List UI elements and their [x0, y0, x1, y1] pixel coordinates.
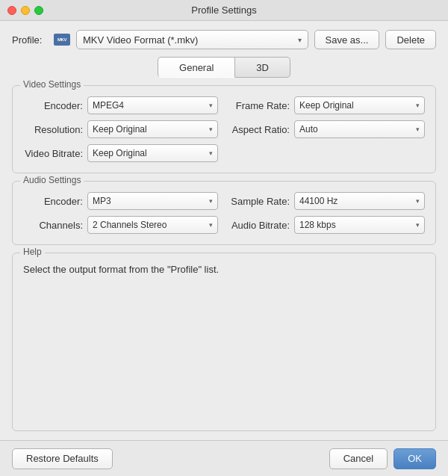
resolution-row: Resolution: Keep Original ▾	[23, 120, 218, 138]
audio-encoder-chevron-icon: ▾	[209, 197, 213, 205]
delete-button[interactable]: Delete	[385, 30, 436, 49]
resolution-chevron-icon: ▾	[209, 126, 213, 133]
save-as-button[interactable]: Save as...	[314, 30, 380, 49]
sample-rate-label: Sample Rate:	[230, 196, 290, 207]
window-title: Profile Settings	[191, 4, 256, 16]
audio-encoder-dropdown[interactable]: MP3 ▾	[87, 192, 218, 210]
help-title: Help	[20, 247, 45, 257]
profile-dropdown-value: MKV Video Format (*.mkv)	[83, 34, 198, 46]
video-bitrate-row: Video Bitrate: Keep Original ▾	[23, 144, 218, 162]
video-settings-section: Video Settings Encoder: MPEG4 ▾ Frame Ra…	[12, 85, 436, 173]
tab-general[interactable]: General	[158, 57, 235, 78]
frame-rate-row: Frame Rate: Keep Original ▾	[230, 96, 425, 114]
audio-settings-title: Audio Settings	[20, 175, 84, 185]
video-bitrate-dropdown[interactable]: Keep Original ▾	[87, 144, 218, 162]
audio-settings-grid: Encoder: MP3 ▾ Sample Rate: 44100 Hz ▾ C…	[23, 192, 425, 234]
video-settings-title: Video Settings	[20, 79, 84, 90]
frame-rate-label: Frame Rate:	[230, 100, 290, 111]
maximize-button[interactable]	[34, 6, 43, 15]
audio-bitrate-label: Audio Bitrate:	[230, 220, 290, 231]
channels-chevron-icon: ▾	[209, 221, 213, 229]
video-bitrate-label: Video Bitrate:	[23, 148, 83, 159]
bottom-bar-right: Cancel OK	[329, 448, 436, 469]
audio-bitrate-chevron-icon: ▾	[416, 221, 420, 229]
tab-3d-label: 3D	[256, 62, 269, 73]
aspect-ratio-value: Auto	[299, 124, 416, 135]
frame-rate-value: Keep Original	[299, 100, 416, 111]
audio-encoder-value: MP3	[93, 196, 209, 206]
profile-row: Profile: MKV MKV Video Format (*.mkv) ▾ …	[12, 30, 436, 49]
tab-bar: General 3D	[12, 57, 436, 78]
aspect-ratio-chevron-icon: ▾	[416, 126, 420, 133]
audio-encoder-label: Encoder:	[23, 196, 83, 207]
cancel-button[interactable]: Cancel	[329, 448, 388, 469]
bottom-bar: Restore Defaults Cancel OK	[0, 440, 448, 476]
help-text: Select the output format from the "Profi…	[23, 264, 425, 275]
sample-rate-value: 44100 Hz	[299, 196, 416, 206]
channels-value: 2 Channels Stereo	[93, 220, 209, 230]
aspect-ratio-label: Aspect Ratio:	[230, 124, 290, 135]
resolution-label: Resolution:	[23, 124, 83, 135]
close-button[interactable]	[7, 6, 16, 15]
ok-button[interactable]: OK	[393, 448, 436, 469]
aspect-ratio-row: Aspect Ratio: Auto ▾	[230, 120, 425, 138]
traffic-lights	[7, 6, 43, 15]
bottom-bar-left: Restore Defaults	[12, 448, 329, 469]
sample-rate-chevron-icon: ▾	[416, 197, 420, 205]
encoder-label: Encoder:	[23, 100, 83, 111]
channels-dropdown[interactable]: 2 Channels Stereo ▾	[87, 216, 218, 234]
tab-3d[interactable]: 3D	[235, 57, 290, 78]
encoder-dropdown[interactable]: MPEG4 ▾	[87, 96, 218, 114]
profile-label: Profile:	[12, 34, 48, 46]
channels-row: Channels: 2 Channels Stereo ▾	[23, 216, 218, 234]
resolution-dropdown[interactable]: Keep Original ▾	[87, 120, 218, 138]
mkv-icon: MKV	[54, 34, 70, 46]
audio-encoder-row: Encoder: MP3 ▾	[23, 192, 218, 210]
frame-rate-chevron-icon: ▾	[416, 102, 420, 109]
audio-bitrate-value: 128 kbps	[299, 220, 416, 230]
chevron-down-icon: ▾	[298, 36, 302, 44]
video-settings-grid: Encoder: MPEG4 ▾ Frame Rate: Keep Origin…	[23, 96, 425, 162]
encoder-value: MPEG4	[93, 100, 209, 111]
profile-dropdown[interactable]: MKV Video Format (*.mkv) ▾	[76, 30, 308, 49]
main-content: Profile: MKV MKV Video Format (*.mkv) ▾ …	[0, 21, 448, 440]
video-bitrate-value: Keep Original	[93, 148, 209, 158]
title-bar: Profile Settings	[0, 0, 448, 21]
minimize-button[interactable]	[21, 6, 30, 15]
resolution-value: Keep Original	[93, 124, 209, 135]
channels-label: Channels:	[23, 220, 83, 231]
aspect-ratio-dropdown[interactable]: Auto ▾	[294, 120, 425, 138]
frame-rate-dropdown[interactable]: Keep Original ▾	[294, 96, 425, 114]
help-section: Help Select the output format from the "…	[12, 253, 436, 431]
tab-general-label: General	[179, 62, 214, 73]
sample-rate-dropdown[interactable]: 44100 Hz ▾	[294, 192, 425, 210]
restore-defaults-button[interactable]: Restore Defaults	[12, 448, 113, 469]
audio-settings-section: Audio Settings Encoder: MP3 ▾ Sample Rat…	[12, 181, 436, 245]
video-bitrate-chevron-icon: ▾	[209, 149, 213, 157]
encoder-row: Encoder: MPEG4 ▾	[23, 96, 218, 114]
sample-rate-row: Sample Rate: 44100 Hz ▾	[230, 192, 425, 210]
encoder-chevron-icon: ▾	[209, 102, 213, 109]
audio-bitrate-row: Audio Bitrate: 128 kbps ▾	[230, 216, 425, 234]
audio-bitrate-dropdown[interactable]: 128 kbps ▾	[294, 216, 425, 234]
